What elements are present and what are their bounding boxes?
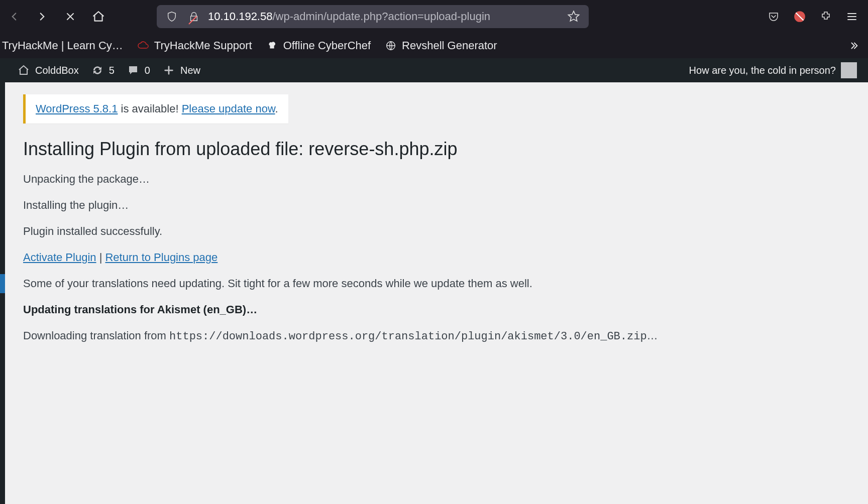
bookmarks-bar: TryHackMe | Learn Cy… TryHackMe Support … (0, 33, 868, 58)
adminbar-updates-count: 5 (109, 65, 115, 76)
return-plugins-link[interactable]: Return to Plugins page (105, 251, 218, 264)
downloading-url: https://downloads.wordpress.org/translat… (169, 330, 647, 343)
wp-version-link[interactable]: WordPress 5.8.1 (36, 102, 118, 115)
adminbar-comments-count: 0 (145, 65, 150, 76)
bookmark-star-icon[interactable] (566, 9, 582, 25)
shield-icon (164, 9, 180, 25)
plugin-action-line: Activate Plugin | Return to Plugins page (23, 251, 850, 264)
url-text: 10.10.192.58/wp-admin/update.php?action=… (208, 10, 560, 23)
translations-note: Some of your translations need updating.… (23, 277, 850, 290)
adminbar-greeting: How are you, the cold in person? (689, 65, 836, 76)
bookmark-label: TryHackMe Support (154, 39, 252, 52)
hamburger-menu-icon[interactable] (844, 9, 860, 25)
home-icon (17, 64, 30, 77)
browser-toolbar: 10.10.192.58/wp-admin/update.php?action=… (0, 0, 868, 33)
comment-icon (127, 64, 140, 77)
bookmark-label: Revshell Generator (402, 39, 497, 52)
status-installing: Installing the plugin… (23, 199, 850, 212)
refresh-icon (91, 64, 104, 77)
downloading-translation: Downloading translation from https://dow… (23, 329, 850, 343)
action-separator: | (96, 251, 105, 264)
bookmark-revshell[interactable]: Revshell Generator (385, 39, 497, 52)
toolbar-right (766, 9, 864, 25)
bookmark-tryhackme-learn[interactable]: TryHackMe | Learn Cy… (2, 39, 123, 52)
avatar (841, 62, 857, 78)
update-now-link[interactable]: Please update now (182, 102, 275, 115)
nav-forward-button[interactable] (32, 7, 52, 27)
activate-plugin-link[interactable]: Activate Plugin (23, 251, 96, 264)
adminbar-new-label: New (180, 65, 200, 76)
adminbar-site-name: ColddBox (35, 65, 79, 76)
nav-stop-button[interactable] (60, 7, 80, 27)
extensions-icon[interactable] (818, 9, 834, 25)
status-success: Plugin installed successfully. (23, 225, 850, 238)
downloading-suffix: … (647, 329, 658, 342)
downloading-prefix: Downloading translation from (23, 329, 169, 342)
wp-sidebar-sliver (0, 58, 5, 504)
bookmark-cyberchef[interactable]: Offline CyberChef (266, 39, 371, 52)
update-nag: WordPress 5.8.1 is available! Please upd… (23, 94, 288, 123)
adminbar-site-link[interactable]: ColddBox (11, 64, 85, 77)
plus-icon (162, 64, 175, 77)
bookmark-label: TryHackMe | Learn Cy… (2, 39, 123, 52)
wordpress-admin: ColddBox 5 0 New How are (0, 58, 868, 504)
cloud-icon (137, 40, 149, 52)
pocket-icon[interactable] (766, 9, 782, 25)
nav-home-button[interactable] (88, 7, 108, 27)
url-host: 10.10.192.58 (208, 10, 272, 23)
page-title: Installing Plugin from uploaded file: re… (23, 139, 850, 160)
nav-back-button[interactable] (4, 7, 24, 27)
noscript-icon[interactable] (792, 9, 808, 25)
status-unpacking: Unpacking the package… (23, 173, 850, 186)
globe-icon (385, 40, 397, 52)
bookmarks-overflow-button[interactable] (847, 40, 866, 51)
wp-content: WordPress 5.8.1 is available! Please upd… (5, 82, 868, 368)
updating-translations: Updating translations for Akismet (en_GB… (23, 303, 850, 316)
bookmark-tryhackme-support[interactable]: TryHackMe Support (137, 39, 252, 52)
update-nag-trailing: . (275, 102, 278, 115)
adminbar-comments[interactable]: 0 (121, 64, 156, 77)
bookmark-label: Offline CyberChef (283, 39, 371, 52)
adminbar-new[interactable]: New (156, 64, 206, 77)
adminbar-updates[interactable]: 5 (85, 64, 121, 77)
url-path: /wp-admin/update.php?action=upload-plugi… (272, 10, 490, 23)
wp-main: ColddBox 5 0 New How are (5, 58, 868, 504)
adminbar-account[interactable]: How are you, the cold in person? (689, 62, 862, 78)
lock-insecure-icon (186, 9, 202, 25)
wp-adminbar: ColddBox 5 0 New How are (5, 58, 868, 82)
wp-sidebar-active-marker (0, 274, 5, 293)
url-bar[interactable]: 10.10.192.58/wp-admin/update.php?action=… (157, 5, 589, 28)
update-nag-text: is available! (118, 102, 181, 115)
chef-hat-icon (266, 40, 278, 52)
